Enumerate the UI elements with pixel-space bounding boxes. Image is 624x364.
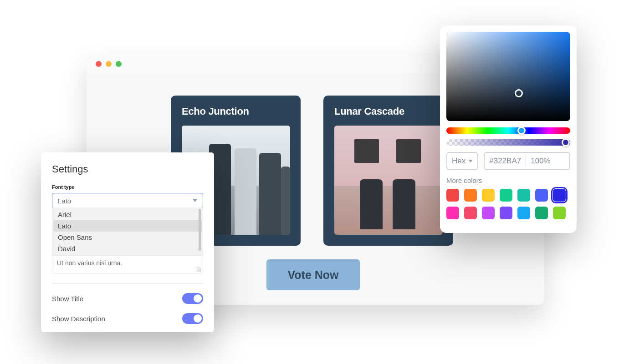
font-type-selected: Lato — [58, 197, 71, 205]
alpha-thumb[interactable] — [562, 138, 570, 147]
show-description-label: Show Description — [52, 315, 105, 323]
font-type-select[interactable]: Lato — [52, 193, 203, 208]
alpha-slider[interactable] — [446, 139, 570, 146]
swatch-grid — [446, 189, 570, 219]
card-title: Echo Junction — [182, 106, 290, 117]
show-title-row: Show Title — [52, 288, 203, 308]
chevron-down-icon — [193, 199, 197, 202]
divider — [52, 283, 203, 284]
opacity-value: 100% — [531, 157, 550, 166]
color-swatch[interactable] — [535, 207, 548, 219]
picker-controls: Hex #322BA7 100% — [446, 152, 570, 170]
poll-card[interactable]: Lunar Cascade — [323, 96, 453, 246]
settings-title: Settings — [52, 163, 203, 175]
color-swatch[interactable] — [464, 207, 477, 219]
color-swatch[interactable] — [482, 189, 495, 202]
color-swatch[interactable] — [446, 207, 459, 219]
description-textarea[interactable]: Ut non varius nisi urna. — [52, 255, 203, 273]
show-title-toggle[interactable] — [182, 293, 203, 304]
color-swatch[interactable] — [446, 189, 459, 202]
color-picker-panel: Hex #322BA7 100% More colors — [440, 25, 577, 233]
color-swatch[interactable] — [482, 207, 495, 219]
card-title: Lunar Cascade — [334, 106, 442, 117]
hue-slider[interactable] — [446, 127, 570, 134]
traffic-light-close[interactable] — [96, 61, 102, 67]
hue-thumb[interactable] — [517, 126, 526, 135]
color-swatch[interactable] — [500, 189, 512, 202]
dropdown-scrollbar[interactable] — [199, 209, 201, 251]
traffic-light-minimize[interactable] — [106, 61, 112, 67]
show-description-row: Show Description — [52, 308, 203, 329]
traffic-light-maximize[interactable] — [116, 61, 122, 67]
separator — [526, 156, 526, 166]
color-swatch[interactable] — [517, 207, 530, 219]
resize-handle-icon[interactable] — [196, 267, 201, 272]
more-colors-label: More colors — [446, 177, 570, 184]
color-swatch[interactable] — [553, 189, 566, 202]
show-title-label: Show Title — [52, 295, 83, 303]
color-swatch[interactable] — [500, 207, 512, 219]
color-swatch[interactable] — [464, 189, 477, 202]
color-swatch[interactable] — [517, 189, 530, 202]
font-option-lato[interactable]: Lato — [53, 220, 202, 232]
color-value-input[interactable]: #322BA7 100% — [484, 152, 570, 170]
font-option-david[interactable]: David — [53, 243, 202, 254]
chevron-down-icon — [468, 160, 473, 162]
settings-panel: Settings Font type Lato Ariel Lato Open … — [41, 152, 214, 332]
color-swatch[interactable] — [553, 207, 566, 219]
font-type-label: Font type — [52, 184, 203, 190]
font-type-dropdown: Ariel Lato Open Sans David — [52, 207, 203, 256]
color-swatch[interactable] — [535, 189, 548, 202]
textarea-value: Ut non varius nisi urna. — [57, 259, 122, 267]
color-format-value: Hex — [452, 157, 465, 166]
card-image — [334, 126, 443, 235]
font-option-open-sans[interactable]: Open Sans — [53, 232, 202, 243]
hex-value: #322BA7 — [489, 157, 521, 166]
color-format-select[interactable]: Hex — [446, 152, 478, 170]
sv-cursor[interactable] — [515, 89, 523, 97]
vote-button[interactable]: Vote Now — [266, 259, 360, 290]
saturation-value-area[interactable] — [446, 32, 570, 121]
show-description-toggle[interactable] — [182, 313, 203, 324]
font-option-ariel[interactable]: Ariel — [53, 209, 202, 220]
